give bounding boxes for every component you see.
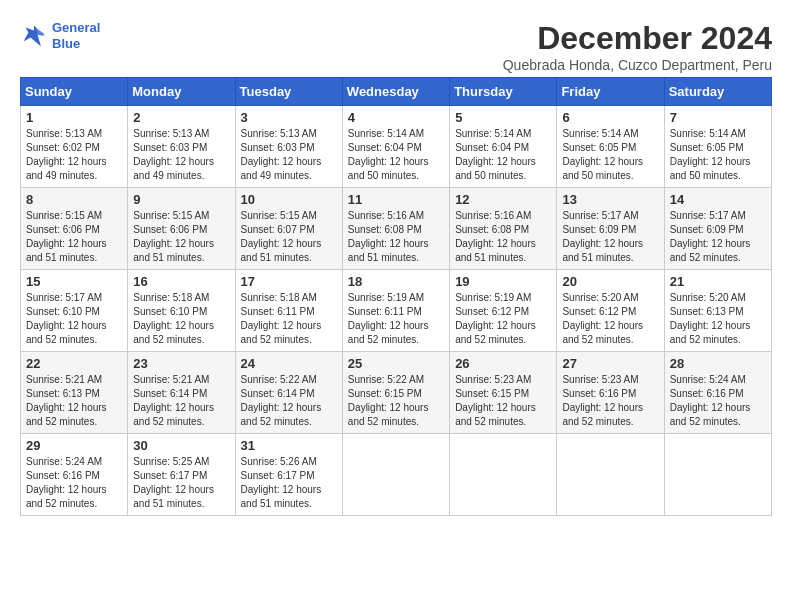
- day-number: 18: [348, 274, 444, 289]
- calendar-week-row: 1 Sunrise: 5:13 AMSunset: 6:02 PMDayligh…: [21, 106, 772, 188]
- page-header: General Blue December 2024 Quebrada Hond…: [20, 20, 772, 73]
- calendar-week-row: 15 Sunrise: 5:17 AMSunset: 6:10 PMDaylig…: [21, 270, 772, 352]
- calendar-cell: [557, 434, 664, 516]
- day-number: 30: [133, 438, 229, 453]
- day-info: Sunrise: 5:15 AMSunset: 6:06 PMDaylight:…: [133, 209, 229, 265]
- calendar-cell: 5 Sunrise: 5:14 AMSunset: 6:04 PMDayligh…: [450, 106, 557, 188]
- logo: General Blue: [20, 20, 100, 51]
- calendar-header-wednesday: Wednesday: [342, 78, 449, 106]
- calendar-cell: 29 Sunrise: 5:24 AMSunset: 6:16 PMDaylig…: [21, 434, 128, 516]
- calendar-cell: 15 Sunrise: 5:17 AMSunset: 6:10 PMDaylig…: [21, 270, 128, 352]
- day-info: Sunrise: 5:19 AMSunset: 6:12 PMDaylight:…: [455, 291, 551, 347]
- day-number: 13: [562, 192, 658, 207]
- day-info: Sunrise: 5:19 AMSunset: 6:11 PMDaylight:…: [348, 291, 444, 347]
- day-info: Sunrise: 5:25 AMSunset: 6:17 PMDaylight:…: [133, 455, 229, 511]
- calendar-cell: 13 Sunrise: 5:17 AMSunset: 6:09 PMDaylig…: [557, 188, 664, 270]
- day-number: 24: [241, 356, 337, 371]
- svg-marker-0: [24, 25, 45, 46]
- calendar-cell: 1 Sunrise: 5:13 AMSunset: 6:02 PMDayligh…: [21, 106, 128, 188]
- day-number: 23: [133, 356, 229, 371]
- day-info: Sunrise: 5:23 AMSunset: 6:15 PMDaylight:…: [455, 373, 551, 429]
- day-info: Sunrise: 5:20 AMSunset: 6:13 PMDaylight:…: [670, 291, 766, 347]
- day-info: Sunrise: 5:13 AMSunset: 6:03 PMDaylight:…: [133, 127, 229, 183]
- day-number: 15: [26, 274, 122, 289]
- calendar-cell: [450, 434, 557, 516]
- calendar-cell: 18 Sunrise: 5:19 AMSunset: 6:11 PMDaylig…: [342, 270, 449, 352]
- title-section: December 2024 Quebrada Honda, Cuzco Depa…: [503, 20, 772, 73]
- calendar-cell: 11 Sunrise: 5:16 AMSunset: 6:08 PMDaylig…: [342, 188, 449, 270]
- day-info: Sunrise: 5:14 AMSunset: 6:05 PMDaylight:…: [562, 127, 658, 183]
- day-info: Sunrise: 5:22 AMSunset: 6:14 PMDaylight:…: [241, 373, 337, 429]
- day-info: Sunrise: 5:17 AMSunset: 6:09 PMDaylight:…: [670, 209, 766, 265]
- logo-bird-icon: [20, 22, 48, 50]
- day-number: 17: [241, 274, 337, 289]
- day-info: Sunrise: 5:13 AMSunset: 6:03 PMDaylight:…: [241, 127, 337, 183]
- calendar-header-row: SundayMondayTuesdayWednesdayThursdayFrid…: [21, 78, 772, 106]
- day-number: 22: [26, 356, 122, 371]
- day-info: Sunrise: 5:23 AMSunset: 6:16 PMDaylight:…: [562, 373, 658, 429]
- calendar-cell: 9 Sunrise: 5:15 AMSunset: 6:06 PMDayligh…: [128, 188, 235, 270]
- calendar-table: SundayMondayTuesdayWednesdayThursdayFrid…: [20, 77, 772, 516]
- day-number: 1: [26, 110, 122, 125]
- day-number: 7: [670, 110, 766, 125]
- calendar-cell: [342, 434, 449, 516]
- day-number: 4: [348, 110, 444, 125]
- day-number: 20: [562, 274, 658, 289]
- day-info: Sunrise: 5:22 AMSunset: 6:15 PMDaylight:…: [348, 373, 444, 429]
- calendar-cell: 6 Sunrise: 5:14 AMSunset: 6:05 PMDayligh…: [557, 106, 664, 188]
- day-number: 14: [670, 192, 766, 207]
- day-info: Sunrise: 5:26 AMSunset: 6:17 PMDaylight:…: [241, 455, 337, 511]
- day-info: Sunrise: 5:24 AMSunset: 6:16 PMDaylight:…: [670, 373, 766, 429]
- day-number: 21: [670, 274, 766, 289]
- day-info: Sunrise: 5:16 AMSunset: 6:08 PMDaylight:…: [455, 209, 551, 265]
- calendar-cell: 30 Sunrise: 5:25 AMSunset: 6:17 PMDaylig…: [128, 434, 235, 516]
- location-subtitle: Quebrada Honda, Cuzco Department, Peru: [503, 57, 772, 73]
- calendar-cell: 21 Sunrise: 5:20 AMSunset: 6:13 PMDaylig…: [664, 270, 771, 352]
- day-info: Sunrise: 5:20 AMSunset: 6:12 PMDaylight:…: [562, 291, 658, 347]
- day-number: 28: [670, 356, 766, 371]
- day-info: Sunrise: 5:17 AMSunset: 6:10 PMDaylight:…: [26, 291, 122, 347]
- day-number: 16: [133, 274, 229, 289]
- calendar-cell: 3 Sunrise: 5:13 AMSunset: 6:03 PMDayligh…: [235, 106, 342, 188]
- day-number: 8: [26, 192, 122, 207]
- calendar-header-sunday: Sunday: [21, 78, 128, 106]
- day-info: Sunrise: 5:14 AMSunset: 6:04 PMDaylight:…: [348, 127, 444, 183]
- day-info: Sunrise: 5:14 AMSunset: 6:04 PMDaylight:…: [455, 127, 551, 183]
- calendar-week-row: 29 Sunrise: 5:24 AMSunset: 6:16 PMDaylig…: [21, 434, 772, 516]
- day-number: 2: [133, 110, 229, 125]
- calendar-cell: 20 Sunrise: 5:20 AMSunset: 6:12 PMDaylig…: [557, 270, 664, 352]
- calendar-cell: 17 Sunrise: 5:18 AMSunset: 6:11 PMDaylig…: [235, 270, 342, 352]
- calendar-cell: 4 Sunrise: 5:14 AMSunset: 6:04 PMDayligh…: [342, 106, 449, 188]
- calendar-cell: [664, 434, 771, 516]
- calendar-week-row: 22 Sunrise: 5:21 AMSunset: 6:13 PMDaylig…: [21, 352, 772, 434]
- month-title: December 2024: [503, 20, 772, 57]
- calendar-cell: 31 Sunrise: 5:26 AMSunset: 6:17 PMDaylig…: [235, 434, 342, 516]
- calendar-cell: 28 Sunrise: 5:24 AMSunset: 6:16 PMDaylig…: [664, 352, 771, 434]
- day-number: 31: [241, 438, 337, 453]
- calendar-cell: 10 Sunrise: 5:15 AMSunset: 6:07 PMDaylig…: [235, 188, 342, 270]
- calendar-cell: 16 Sunrise: 5:18 AMSunset: 6:10 PMDaylig…: [128, 270, 235, 352]
- day-number: 25: [348, 356, 444, 371]
- day-number: 10: [241, 192, 337, 207]
- calendar-cell: 14 Sunrise: 5:17 AMSunset: 6:09 PMDaylig…: [664, 188, 771, 270]
- day-number: 12: [455, 192, 551, 207]
- day-info: Sunrise: 5:16 AMSunset: 6:08 PMDaylight:…: [348, 209, 444, 265]
- day-number: 27: [562, 356, 658, 371]
- calendar-cell: 27 Sunrise: 5:23 AMSunset: 6:16 PMDaylig…: [557, 352, 664, 434]
- day-info: Sunrise: 5:13 AMSunset: 6:02 PMDaylight:…: [26, 127, 122, 183]
- calendar-cell: 12 Sunrise: 5:16 AMSunset: 6:08 PMDaylig…: [450, 188, 557, 270]
- calendar-cell: 23 Sunrise: 5:21 AMSunset: 6:14 PMDaylig…: [128, 352, 235, 434]
- calendar-cell: 2 Sunrise: 5:13 AMSunset: 6:03 PMDayligh…: [128, 106, 235, 188]
- day-number: 6: [562, 110, 658, 125]
- logo-text: General Blue: [52, 20, 100, 51]
- calendar-header-friday: Friday: [557, 78, 664, 106]
- day-number: 3: [241, 110, 337, 125]
- calendar-header-thursday: Thursday: [450, 78, 557, 106]
- day-info: Sunrise: 5:15 AMSunset: 6:06 PMDaylight:…: [26, 209, 122, 265]
- day-number: 29: [26, 438, 122, 453]
- calendar-cell: 8 Sunrise: 5:15 AMSunset: 6:06 PMDayligh…: [21, 188, 128, 270]
- calendar-cell: 22 Sunrise: 5:21 AMSunset: 6:13 PMDaylig…: [21, 352, 128, 434]
- calendar-cell: 25 Sunrise: 5:22 AMSunset: 6:15 PMDaylig…: [342, 352, 449, 434]
- day-info: Sunrise: 5:21 AMSunset: 6:14 PMDaylight:…: [133, 373, 229, 429]
- calendar-header-tuesday: Tuesday: [235, 78, 342, 106]
